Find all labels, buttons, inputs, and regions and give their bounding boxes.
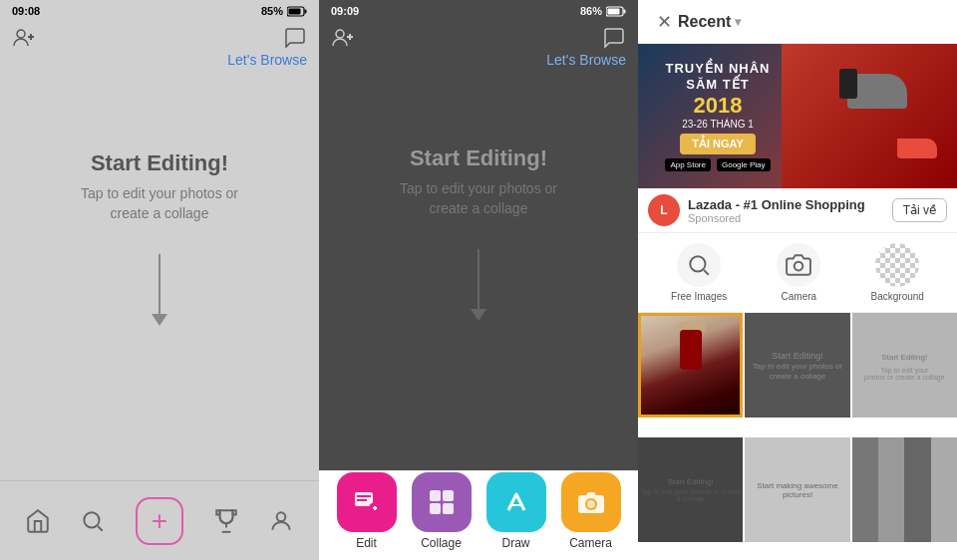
time-1: 09:08: [12, 5, 40, 17]
status-bar-1: 09:08 85%: [0, 0, 319, 22]
strip2: [878, 437, 904, 542]
start-editing-title-1: Start Editing!: [91, 150, 228, 176]
ad-banner[interactable]: TRUYỀN NHÂN SĂM TẾT 2018 23-26 THÁNG 1 T…: [638, 44, 957, 188]
svg-rect-17: [430, 503, 441, 514]
svg-point-4: [85, 512, 100, 527]
shoe-shape: [897, 139, 937, 158]
svg-rect-9: [608, 8, 620, 14]
person-add-icon-1[interactable]: [12, 26, 36, 50]
sponsor-cta-button[interactable]: Tải về: [892, 198, 947, 222]
chat-icon-1[interactable]: [283, 26, 307, 50]
collage-icon-wrap: [412, 472, 472, 532]
cat-camera[interactable]: Camera: [777, 243, 820, 302]
start-editing-sub-2: Tap to edit your photos orcreate a colla…: [400, 179, 557, 218]
ad-date: 23-26 THÁNG 1: [682, 119, 754, 130]
battery-icon-1: [287, 6, 307, 17]
strip3: [904, 437, 930, 542]
tool-camera[interactable]: Camera: [561, 472, 621, 550]
draw-icon: [500, 486, 532, 518]
arrow-down-2: [471, 249, 486, 321]
photo-cell-start2[interactable]: Start making awesome pictures!: [745, 437, 849, 542]
photo-cell-dark2[interactable]: Start Editing! Tap to edit your photos o…: [638, 437, 743, 542]
strip4: [931, 437, 957, 542]
edit-icon-wrap: [337, 472, 397, 532]
main-content-2: Start Editing! Tap to edit your photos o…: [319, 76, 638, 470]
svg-rect-12: [357, 495, 371, 497]
svg-line-23: [704, 270, 709, 275]
photo-cell-strips[interactable]: [852, 437, 957, 542]
photo-cell-start1[interactable]: Start Editing! Tap to edit yourphotos or…: [852, 313, 957, 418]
panel-dark: 09:09 86% Let's Browse Start Editing! Ta…: [319, 0, 638, 560]
svg-line-5: [98, 526, 103, 531]
strip1: [852, 437, 878, 542]
svg-point-24: [795, 262, 803, 271]
free-images-icon-wrap: [677, 243, 721, 287]
draw-icon-wrap: [486, 472, 546, 532]
lets-browse-2[interactable]: Let's Browse: [319, 52, 638, 76]
sponsored-row: L Lazada - #1 Online Shopping Sponsored …: [638, 188, 957, 233]
ad-title-2: SĂM TẾT: [686, 77, 749, 93]
svg-point-21: [587, 500, 595, 508]
svg-rect-16: [443, 490, 454, 501]
camera-picker-icon: [786, 252, 811, 278]
camera-icon: [575, 486, 607, 518]
close-button[interactable]: ✕: [650, 8, 678, 36]
svg-point-6: [277, 512, 286, 521]
cat-free-images[interactable]: Free Images: [671, 243, 727, 302]
photo-dark1-text: Start Editing!Tap to edit your photos or…: [745, 347, 849, 385]
recent-label: Recent ▾: [678, 13, 741, 31]
appstore-badge: App Store: [665, 158, 711, 171]
tool-collage[interactable]: Collage: [412, 472, 472, 550]
status-right-1: 85%: [261, 5, 307, 17]
svg-rect-2: [289, 8, 301, 14]
battery-icon-2: [606, 6, 626, 17]
add-button-1[interactable]: +: [136, 497, 183, 545]
photo-start1-content: Start Editing! Tap to edit yourphotos or…: [852, 313, 957, 418]
photo-cell-woman[interactable]: [638, 313, 743, 418]
lets-browse-1[interactable]: Let's Browse: [0, 52, 319, 76]
top-nav-1: [0, 22, 319, 52]
arrow-down-1: [152, 254, 167, 326]
camera-label: Camera: [569, 536, 612, 550]
photo-cell-dark1[interactable]: Start Editing!Tap to edit your photos or…: [745, 313, 849, 418]
main-content-1: Start Editing! Tap to edit your photos o…: [0, 76, 319, 480]
woman-body: [680, 330, 702, 370]
sponsor-info: Lazada - #1 Online Shopping Sponsored: [688, 197, 884, 224]
svg-rect-8: [624, 9, 626, 13]
sponsor-tag: Sponsored: [688, 212, 884, 224]
photo-dark2-text: Start Editing!: [668, 477, 714, 486]
arrow-line-2: [478, 249, 479, 309]
recent-text: Recent: [678, 13, 731, 31]
cat-background[interactable]: Background: [871, 243, 924, 302]
svg-point-10: [336, 30, 344, 38]
tab-home-1[interactable]: [25, 508, 51, 534]
tab-search-1[interactable]: [80, 508, 106, 534]
ad-text-area: TRUYỀN NHÂN SĂM TẾT 2018 23-26 THÁNG 1 T…: [638, 44, 798, 188]
photo-start2-content: Start making awesome pictures!: [745, 437, 849, 542]
ad-cta[interactable]: TẢI NGAY: [680, 134, 756, 154]
svg-rect-1: [305, 9, 307, 13]
arrow-head-2: [471, 309, 486, 321]
bottom-tools: Edit Collage Draw: [319, 470, 638, 560]
tool-draw[interactable]: Draw: [486, 472, 546, 550]
tool-edit[interactable]: Edit: [337, 472, 397, 550]
start-editing-title-2: Start Editing!: [410, 145, 547, 171]
person-add-icon-2[interactable]: [331, 26, 355, 50]
panel-picker: ✕ Recent ▾ TRUYỀN NHÂN SĂM TẾT 2018 23-2…: [638, 0, 957, 560]
tab-profile-1[interactable]: [268, 508, 294, 534]
ad-year: 2018: [694, 93, 743, 119]
svg-point-3: [17, 30, 25, 38]
search-icon: [686, 252, 712, 278]
status-left-2: 09:09: [331, 5, 359, 17]
draw-label: Draw: [501, 536, 529, 550]
chat-icon-2[interactable]: [602, 26, 626, 50]
picker-header: ✕ Recent ▾: [638, 0, 957, 44]
start-editing-sub-1: Tap to edit your photos orcreate a colla…: [81, 184, 238, 223]
svg-rect-18: [443, 503, 454, 514]
chevron-down-icon: ▾: [735, 15, 741, 29]
time-2: 09:09: [331, 5, 359, 17]
status-bar-2: 09:09 86%: [319, 0, 638, 22]
photo-dark2-sub: Tap to edit your photos or create a coll…: [638, 488, 743, 502]
tab-trophy-1[interactable]: [213, 508, 239, 534]
collage-icon: [426, 486, 458, 518]
